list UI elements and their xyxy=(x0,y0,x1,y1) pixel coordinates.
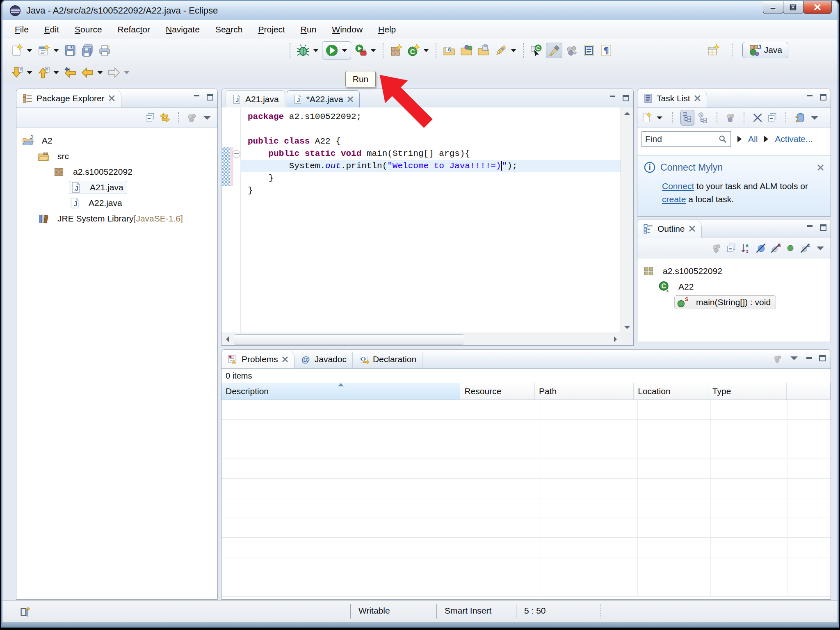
dismiss-mylyn-icon[interactable] xyxy=(817,164,824,171)
prev-annotation-button[interactable] xyxy=(36,65,51,80)
project-item-src[interactable]: src xyxy=(16,148,217,164)
collapse-all-icon[interactable] xyxy=(726,242,737,254)
column-header-path[interactable]: Path xyxy=(535,383,634,399)
menu-search[interactable]: Search xyxy=(215,25,243,34)
menu-run[interactable]: Run xyxy=(301,25,317,34)
collapse-all-icon[interactable] xyxy=(144,112,156,123)
next-annotation-button[interactable] xyxy=(9,65,25,80)
run-dropdown[interactable] xyxy=(342,49,347,52)
view-menu-icon[interactable] xyxy=(811,116,818,120)
new-class-button[interactable]: C xyxy=(406,43,421,58)
all-link[interactable]: All xyxy=(748,134,758,144)
open-resource-button[interactable] xyxy=(476,43,491,58)
focus-circles-icon[interactable] xyxy=(711,242,722,254)
close-view-icon[interactable] xyxy=(108,95,115,102)
new-class-dropdown[interactable] xyxy=(423,49,429,52)
save-button[interactable] xyxy=(62,43,78,58)
problems-table-body[interactable] xyxy=(221,400,831,597)
scrollbar-thumb[interactable] xyxy=(234,334,464,345)
status-fast-view-icon[interactable] xyxy=(19,605,31,618)
collapse-all-icon[interactable] xyxy=(767,112,778,123)
link-with-editor-icon[interactable] xyxy=(159,112,171,123)
focus-circles-icon[interactable] xyxy=(772,354,783,364)
outline-tab[interactable]: Outline xyxy=(637,219,702,238)
menu-navigate[interactable]: Navigate xyxy=(166,25,200,34)
project-item-a2-s100522092[interactable]: a2.s100522092 xyxy=(16,164,217,180)
last-edit-button[interactable]: C xyxy=(529,43,544,58)
project-item-jre-system-library[interactable]: JRE System Library [JavaSE-1.6] xyxy=(16,211,217,226)
outline-item-a22[interactable]: CA22 xyxy=(637,279,831,294)
view-menu-icon[interactable] xyxy=(817,247,824,250)
tab-problems[interactable]: Problems xyxy=(221,350,294,368)
hide-static-icon[interactable]: S xyxy=(770,242,781,254)
menu-source[interactable]: Source xyxy=(75,25,102,34)
close-tab-icon[interactable] xyxy=(282,356,288,363)
column-header-type[interactable]: Type xyxy=(708,383,787,399)
pen-dropdown[interactable] xyxy=(511,49,516,52)
task-list-tab[interactable]: Task List xyxy=(637,89,707,107)
menu-file[interactable]: File xyxy=(15,25,29,34)
maximize-button[interactable] xyxy=(783,1,803,14)
outline-item-main-string-void[interactable]: Smain(String[]) : void xyxy=(637,294,831,310)
synchronize-icon[interactable] xyxy=(794,112,805,123)
code-line[interactable]: System.out.println("Welcome to Java!!!!=… xyxy=(240,160,621,172)
maximize-view-icon[interactable] xyxy=(819,93,827,101)
minimize-view-icon[interactable] xyxy=(805,354,813,362)
new-project-button[interactable] xyxy=(36,43,51,58)
maximize-editor-icon[interactable] xyxy=(622,94,630,102)
minimize-view-icon[interactable] xyxy=(193,93,201,101)
menu-edit[interactable]: Edit xyxy=(44,25,59,34)
external-tools-button[interactable] xyxy=(353,43,368,58)
open-task-button[interactable]: A xyxy=(441,43,457,58)
new-task-dropdown[interactable] xyxy=(657,116,662,119)
new-wizard-dropdown[interactable] xyxy=(27,49,32,52)
tab-declaration[interactable]: Declaration xyxy=(353,350,422,368)
debug-dropdown[interactable] xyxy=(313,49,319,52)
code-line[interactable]: } xyxy=(240,172,621,185)
code-lines[interactable]: package a2.s100522092;public class A22 {… xyxy=(240,111,621,197)
view-menu-icon[interactable] xyxy=(790,356,798,360)
show-whitespace-button[interactable]: ¶ xyxy=(598,43,614,58)
close-view-icon[interactable] xyxy=(689,225,696,232)
hide-fields-icon[interactable] xyxy=(755,242,767,254)
column-header-location[interactable]: Location xyxy=(634,383,708,399)
new-project-dropdown[interactable] xyxy=(53,49,59,52)
editor-horizontal-scrollbar[interactable] xyxy=(221,333,621,345)
minimize-view-icon[interactable] xyxy=(806,224,814,232)
maximize-view-icon[interactable] xyxy=(819,224,827,232)
menu-help[interactable]: Help xyxy=(378,25,396,34)
close-button[interactable] xyxy=(803,1,832,14)
mark-occurrences-toggle-button[interactable] xyxy=(546,43,562,58)
activate-link[interactable]: Activate... xyxy=(775,134,813,144)
minimize-editor-icon[interactable] xyxy=(609,94,617,102)
project-item-a2[interactable]: JA2 xyxy=(16,133,217,148)
categorized-toggle[interactable] xyxy=(680,110,694,126)
create-link[interactable]: create xyxy=(662,194,686,204)
maximize-view-icon[interactable] xyxy=(818,354,826,362)
run-button[interactable] xyxy=(324,43,340,58)
menu-window[interactable]: Window xyxy=(332,25,363,34)
menu-refactor[interactable]: Refactor xyxy=(118,25,150,34)
last-edit-location-button[interactable] xyxy=(62,65,78,80)
code-line[interactable]: } xyxy=(240,185,621,197)
code-line[interactable] xyxy=(240,123,621,135)
code-line[interactable]: public class A22 { xyxy=(240,135,621,148)
forward-dropdown[interactable] xyxy=(124,71,130,74)
back-button[interactable] xyxy=(80,65,95,80)
code-line[interactable]: public static void main(String[] args){ xyxy=(240,148,621,160)
outline-item-a2-s100522092[interactable]: a2.s100522092 xyxy=(637,263,831,279)
sort-icon[interactable]: az xyxy=(740,242,752,254)
close-tab-icon[interactable] xyxy=(347,96,354,103)
view-menu-icon[interactable] xyxy=(203,116,211,120)
minimize-view-icon[interactable] xyxy=(806,93,814,101)
minimize-button[interactable] xyxy=(763,1,783,14)
format-source-button[interactable] xyxy=(581,43,597,58)
focus-button[interactable] xyxy=(564,43,580,58)
forward-button[interactable] xyxy=(106,65,122,80)
back-dropdown[interactable] xyxy=(97,71,103,74)
project-item-a21-java[interactable]: JA21.java xyxy=(16,180,217,195)
focus-circles-icon[interactable] xyxy=(725,112,736,123)
print-button[interactable] xyxy=(97,43,112,58)
mark-occurrences-pen-button[interactable] xyxy=(493,43,509,58)
new-wizard-button[interactable] xyxy=(9,43,25,58)
